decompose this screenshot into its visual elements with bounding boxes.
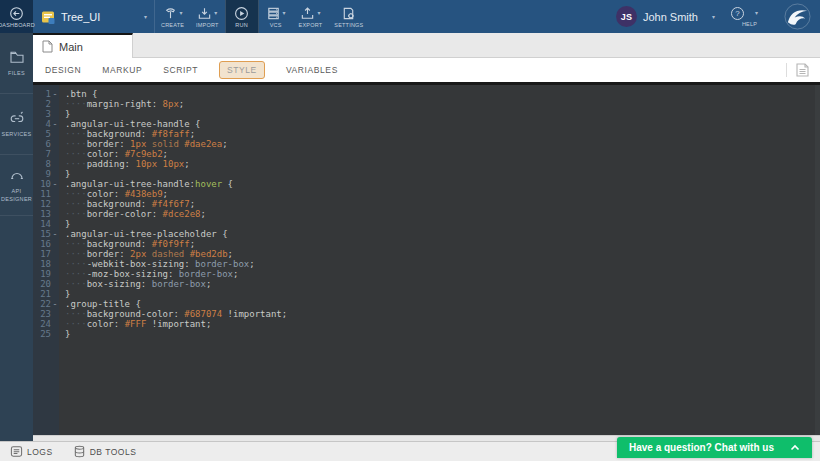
db-tools-button[interactable]: DB TOOLS [73,445,137,458]
code-lines: .btn {····margin-right: 8px;}.angular-ui… [59,85,815,435]
code-line: .angular-ui-tree-handle { [65,119,815,129]
settings-label: SETTINGS [334,22,363,28]
code-line: ····color: #7c9eb2; [65,149,815,159]
gutter-line: 24 [33,319,59,329]
gutter-line: 1- [33,89,59,99]
code-line: } [65,289,815,299]
project-selector[interactable]: Tree_UI ▾ [33,0,155,33]
help-label: HELP [742,21,757,27]
settings-button[interactable]: SETTINGS [328,0,369,33]
code-line: .group-title { [65,299,815,309]
import-label: IMPORT [196,22,219,28]
subtab-script[interactable]: SCRIPT [163,65,198,75]
gutter-line: 4- [33,119,59,129]
gutter-line: 12 [33,199,59,209]
gutter-line: 23 [33,309,59,319]
subtab-variables[interactable]: VARIABLES [286,65,338,75]
gutter-line: 21 [33,289,59,299]
code-line: .angular-ui-tree-placeholder { [65,229,815,239]
chevron-up-icon [790,444,800,451]
topbar: DASHBOARD Tree_UI ▾ ▾ CREATE ▾ IMPORT RU… [0,0,820,33]
gutter-line: 10- [33,179,59,189]
gutter-line: 6 [33,139,59,149]
save-file-icon[interactable] [795,62,810,78]
gutter-line: 19 [33,269,59,279]
dashboard-back-icon [9,6,24,21]
export-scale-icon [300,6,315,21]
user-name[interactable]: John Smith [643,11,698,23]
gutter-line: 9 [33,169,59,179]
create-menu-button[interactable]: ▾ CREATE [155,0,190,33]
code-line: } [65,329,815,339]
code-line: .angular-ui-tree-handle:hover { [65,179,815,189]
import-icon [197,6,212,21]
gutter-line: 18 [33,259,59,269]
project-icon [41,10,55,24]
code-line: } [65,109,815,119]
subtab-markup[interactable]: MARKUP [102,65,142,75]
run-play-icon [234,6,249,21]
logs-icon [10,445,23,458]
settings-gear-icon [341,6,356,21]
code-line: ····box-sizing: border-box; [65,279,815,289]
export-label: EXPORT [299,22,323,28]
css-code-editor[interactable]: 1-234-5678910-1112131415-16171819202122-… [33,82,820,435]
code-line: ····border: 1px solid #dae2ea; [65,139,815,149]
tab-strip: Main [33,33,820,58]
avatar[interactable]: JS [616,6,637,27]
wavemaker-logo[interactable] [784,3,811,30]
sidebar-item-services[interactable]: SERVICES [0,94,33,155]
help-icon: ? [731,7,744,20]
toolbar: ▾ CREATE ▾ IMPORT RUN ▾ VCS ▾ EXPORT SET [155,0,369,33]
chat-widget-button[interactable]: Have a question? Chat with us [617,437,812,458]
export-menu-button[interactable]: ▾ EXPORT [293,0,329,33]
vcs-menu-button[interactable]: ▾ VCS [259,0,293,33]
vcs-caret-icon: ▾ [283,10,286,16]
subtab-design[interactable]: DESIGN [45,65,81,75]
files-label: FILES [1,69,32,77]
subtab-style[interactable]: STYLE [219,61,265,79]
gutter-line: 7 [33,149,59,159]
gutter-line: 11 [33,189,59,199]
code-line: ····background-color: #687074 !important… [65,309,815,319]
logs-button[interactable]: LOGS [10,445,53,458]
import-menu-button[interactable]: ▾ IMPORT [190,0,225,33]
services-link-icon [9,110,25,126]
code-line: ····border-color: #dce2e8; [65,209,815,219]
code-line: ····background: #f4f6f7; [65,199,815,209]
dashboard-button[interactable]: DASHBOARD [0,0,33,33]
sidebar-item-api-designer[interactable]: API DESIGNER [0,155,33,216]
subtab-bar: DESIGN MARKUP SCRIPT STYLE VARIABLES [33,58,820,82]
editor-vertical-scrollbar[interactable] [815,85,820,435]
gutter-line: 22- [33,299,59,309]
run-button[interactable]: RUN [225,0,259,33]
database-icon [73,445,86,458]
code-line: ····padding: 10px 10px; [65,159,815,169]
create-hammer-icon [163,6,178,21]
user-zone: JS John Smith ▾ ? ▾ HELP [616,0,820,33]
vcs-label: VCS [270,22,282,28]
tab-main-label: Main [59,41,83,53]
code-line: } [65,219,815,229]
gutter-line: 17 [33,249,59,259]
code-line: ····background: #f0f9ff; [65,239,815,249]
save-zone [786,58,810,82]
help-button[interactable]: ? ▾ HELP [731,7,768,27]
create-caret-icon: ▾ [180,10,183,16]
page-file-icon [42,40,53,53]
gutter-line: 15- [33,229,59,239]
sidebar-item-files[interactable]: FILES [0,33,33,94]
logs-label: LOGS [27,447,53,457]
services-label: SERVICES [1,130,32,138]
gutter-line: 2 [33,99,59,109]
help-caret-icon: ▾ [755,10,758,16]
user-menu-caret-icon[interactable]: ▾ [712,14,715,20]
tab-main[interactable]: Main [33,33,133,58]
project-caret-icon: ▾ [144,14,147,20]
code-line: ····color: #FFF !important; [65,319,815,329]
api-designer-label: API DESIGNER [1,187,32,204]
code-line: ····-moz-box-sizing: border-box; [65,269,815,279]
gutter-line: 5 [33,129,59,139]
create-label: CREATE [161,22,184,28]
code-line: } [65,169,815,179]
